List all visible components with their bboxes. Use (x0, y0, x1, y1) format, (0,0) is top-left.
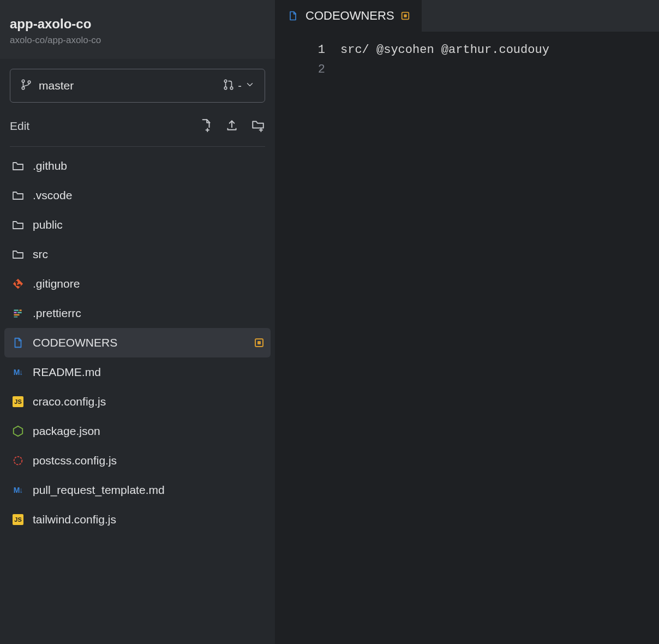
divider (10, 146, 265, 147)
svg-rect-9 (20, 309, 22, 311)
pull-request-icon (223, 79, 235, 93)
file-item--vscode[interactable]: .vscode (4, 181, 271, 210)
svg-rect-8 (14, 309, 19, 311)
tab-filename: CODEOWNERS (305, 9, 394, 23)
file-blue-icon (287, 10, 299, 22)
file-name: src (33, 248, 48, 261)
code-line[interactable] (340, 60, 659, 80)
file-item-craco-config-js[interactable]: JScraco.config.js (4, 387, 271, 416)
file-name: craco.config.js (33, 395, 106, 408)
file-name: tailwind.config.js (33, 513, 116, 526)
file-item--github[interactable]: .github (4, 151, 271, 181)
file-explorer-sidebar: app-axolo-co axolo-co/app-axolo-co maste… (0, 0, 275, 644)
file-name: public (33, 218, 63, 231)
code-area[interactable]: 12 src/ @sycohen @arthur.coudouy (275, 32, 659, 644)
file-name: pull_request_template.md (33, 484, 165, 497)
md-icon: M↓ (11, 483, 25, 497)
file-name: .gitignore (33, 277, 80, 290)
file-name: postcss.config.js (33, 454, 117, 467)
branch-row: master - (0, 59, 275, 103)
modified-indicator-icon (254, 338, 264, 348)
branch-selector[interactable]: master - (10, 69, 265, 103)
folder-icon (11, 247, 25, 261)
js-icon: JS (11, 512, 25, 527)
line-number: 2 (275, 60, 325, 80)
svg-rect-10 (14, 312, 17, 314)
file-item--prettierrc[interactable]: .prettierrc (4, 299, 271, 328)
file-name: .github (33, 159, 67, 172)
file-item-codeowners[interactable]: CODEOWNERS (4, 328, 271, 357)
branch-name: master (39, 79, 74, 92)
svg-point-5 (231, 87, 233, 90)
git-branch-icon (20, 79, 32, 93)
repo-title: app-axolo-co (10, 16, 265, 32)
new-file-icon[interactable] (199, 118, 213, 134)
file-name: CODEOWNERS (33, 336, 117, 349)
file-name: package.json (33, 425, 100, 438)
svg-rect-12 (14, 314, 20, 316)
new-folder-icon[interactable] (251, 118, 265, 134)
js-icon: JS (11, 395, 25, 409)
edit-toolbar: Edit (0, 103, 275, 140)
file-item--gitignore[interactable]: .gitignore (4, 269, 271, 299)
svg-rect-13 (14, 317, 18, 318)
code-lines[interactable]: src/ @sycohen @arthur.coudouy (340, 40, 659, 644)
file-name: .vscode (33, 189, 72, 202)
svg-rect-11 (17, 312, 21, 314)
pr-count: - (238, 80, 242, 92)
file-item-package-json[interactable]: package.json (4, 416, 271, 446)
file-item-readme-md[interactable]: M↓README.md (4, 357, 271, 387)
file-item-src[interactable]: src (4, 240, 271, 269)
tab-bar: CODEOWNERS (275, 0, 659, 32)
md-icon: M↓ (11, 365, 25, 379)
editor-pane: CODEOWNERS 12 src/ @sycohen @arthur.coud… (275, 0, 659, 644)
file-item-tailwind-config-js[interactable]: JStailwind.config.js (4, 505, 271, 534)
edit-label: Edit (10, 120, 29, 133)
file-list: .github.vscodepublicsrc.gitignore.pretti… (0, 151, 275, 534)
line-number: 1 (275, 40, 325, 60)
upload-icon[interactable] (225, 118, 239, 134)
file-item-postcss-config-js[interactable]: postcss.config.js (4, 446, 271, 475)
svg-point-14 (14, 457, 22, 465)
file-item-pull-request-template-md[interactable]: M↓pull_request_template.md (4, 475, 271, 505)
file-name: README.md (33, 366, 101, 379)
folder-icon (11, 188, 25, 202)
repo-path: axolo-co/app-axolo-co (10, 35, 265, 46)
repo-header: app-axolo-co axolo-co/app-axolo-co (0, 0, 275, 59)
prettier-icon (11, 306, 25, 320)
chevron-down-icon (245, 80, 255, 92)
line-gutter: 12 (275, 40, 340, 644)
modified-indicator-icon (401, 12, 409, 20)
node-icon (11, 424, 25, 438)
code-line[interactable]: src/ @sycohen @arthur.coudouy (340, 40, 659, 60)
file-item-public[interactable]: public (4, 210, 271, 240)
folder-icon (11, 218, 25, 232)
tab-codeowners[interactable]: CODEOWNERS (275, 0, 422, 32)
postcss-icon (11, 454, 25, 468)
git-icon (11, 277, 25, 291)
file-name: .prettierrc (33, 307, 81, 320)
file-blue-icon (11, 336, 25, 350)
folder-icon (11, 159, 25, 173)
